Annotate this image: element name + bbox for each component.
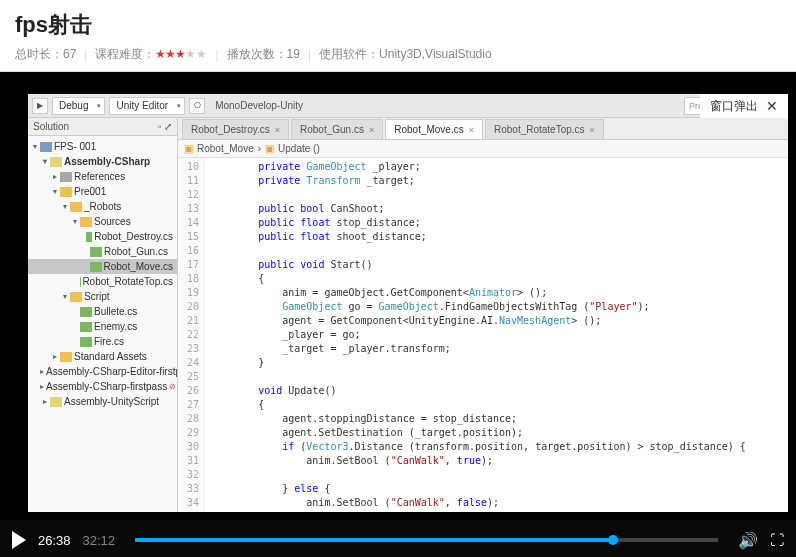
config-dropdown[interactable]: Debug bbox=[52, 97, 105, 115]
tab-close-icon[interactable]: × bbox=[590, 125, 595, 135]
solution-tree[interactable]: ▾FPS- 001▾Assembly-CSharp▸References▾Pre… bbox=[28, 136, 177, 412]
course-title: fps射击 bbox=[15, 10, 781, 40]
tree-node[interactable]: Fire.cs bbox=[28, 334, 177, 349]
time-duration: 32:12 bbox=[83, 533, 116, 548]
target-dropdown[interactable]: Unity Editor bbox=[109, 97, 185, 115]
tree-node[interactable]: Bullete.cs bbox=[28, 304, 177, 319]
tree-node[interactable]: Enemy.cs bbox=[28, 319, 177, 334]
fullscreen-icon[interactable]: ⛶ bbox=[770, 532, 784, 548]
editor-tabs: Robot_Destroy.cs×Robot_Gun.cs×Robot_Move… bbox=[178, 118, 788, 140]
editor-tab[interactable]: Robot_Destroy.cs× bbox=[182, 119, 289, 139]
run-button[interactable]: ▶ bbox=[32, 98, 48, 114]
editor-tab[interactable]: Robot_Move.cs× bbox=[385, 119, 483, 139]
tree-node[interactable]: ▸Assembly-CSharp-Editor-firstpass bbox=[28, 364, 177, 379]
course-meta: 总时长：67 | 课程难度：★★★★★ | 播放次数：19 | 使用软件：Uni… bbox=[15, 46, 781, 63]
attach-label: MonoDevelop-Unity bbox=[209, 100, 309, 111]
tab-close-icon[interactable]: × bbox=[469, 125, 474, 135]
editor-tab[interactable]: Robot_RotateTop.cs× bbox=[485, 119, 604, 139]
tree-node[interactable]: Robot_RotateTop.cs bbox=[28, 274, 177, 289]
tree-node[interactable]: ▾FPS- 001 bbox=[28, 139, 177, 154]
tab-close-icon[interactable]: × bbox=[275, 125, 280, 135]
tree-node[interactable]: Robot_Gun.cs bbox=[28, 244, 177, 259]
tree-node[interactable]: Robot_Move.cs bbox=[28, 259, 177, 274]
progress-thumb[interactable] bbox=[608, 535, 618, 545]
tree-node[interactable]: ▸Standard Assets bbox=[28, 349, 177, 364]
course-header: fps射击 总时长：67 | 课程难度：★★★★★ | 播放次数：19 | 使用… bbox=[0, 0, 796, 72]
solution-panel: Solution ▫ ⤢ ▾FPS- 001▾Assembly-CSharp▸R… bbox=[28, 118, 178, 512]
tree-node[interactable]: ▸Assembly-UnityScript bbox=[28, 394, 177, 409]
tree-node[interactable]: ▸Assembly-CSharp-firstpass⊘ bbox=[28, 379, 177, 394]
breadcrumb[interactable]: ▣ Robot_Move › ▣ Update () bbox=[178, 140, 788, 158]
tree-node[interactable]: Robot_Destroy.cs bbox=[28, 229, 177, 244]
video-controls: 26:38 32:12 🔊 ⛶ bbox=[0, 520, 796, 557]
tree-node[interactable]: ▾Sources bbox=[28, 214, 177, 229]
code-lines[interactable]: private GameObject _player; private Tran… bbox=[204, 158, 788, 512]
code-editor: Robot_Destroy.cs×Robot_Gun.cs×Robot_Move… bbox=[178, 118, 788, 512]
video-player: 窗口弹出 ✕ ▶ Debug Unity Editor ⎔ MonoDevelo… bbox=[0, 72, 796, 557]
line-gutter: 1011121314151617181920212223242526272829… bbox=[178, 158, 204, 512]
tab-close-icon[interactable]: × bbox=[369, 125, 374, 135]
time-current: 26:38 bbox=[38, 533, 71, 548]
progress-bar[interactable] bbox=[135, 538, 718, 542]
popup-control[interactable]: 窗口弹出 ✕ bbox=[700, 94, 788, 118]
tree-node[interactable]: ▾Pre001 bbox=[28, 184, 177, 199]
play-button[interactable] bbox=[12, 531, 26, 549]
toolbar-button[interactable]: ⎔ bbox=[189, 98, 205, 114]
difficulty-stars: ★★★ bbox=[155, 47, 185, 61]
class-icon: ▣ bbox=[184, 143, 193, 154]
tree-node[interactable]: ▾Script bbox=[28, 289, 177, 304]
ide-screenshot: ▶ Debug Unity Editor ⎔ MonoDevelop-Unity… bbox=[28, 94, 788, 512]
close-icon[interactable]: ✕ bbox=[766, 98, 778, 114]
tree-node[interactable]: ▾_Robots bbox=[28, 199, 177, 214]
tree-node[interactable]: ▸References bbox=[28, 169, 177, 184]
volume-icon[interactable]: 🔊 bbox=[738, 531, 758, 550]
editor-tab[interactable]: Robot_Gun.cs× bbox=[291, 119, 383, 139]
tree-node[interactable]: ▾Assembly-CSharp bbox=[28, 154, 177, 169]
method-icon: ▣ bbox=[265, 143, 274, 154]
ide-toolbar: ▶ Debug Unity Editor ⎔ MonoDevelop-Unity… bbox=[28, 94, 788, 118]
solution-header: Solution ▫ ⤢ bbox=[28, 118, 177, 136]
code-area[interactable]: 1011121314151617181920212223242526272829… bbox=[178, 158, 788, 512]
